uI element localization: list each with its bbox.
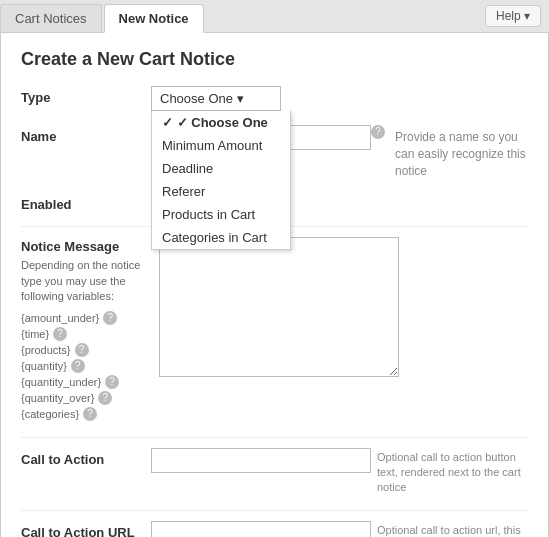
cta-label: Call to Action bbox=[21, 448, 151, 467]
type-dropdown-trigger[interactable]: Choose One ▾ bbox=[151, 86, 281, 111]
enabled-label: Enabled bbox=[21, 193, 151, 212]
variable-name: {time} bbox=[21, 328, 49, 340]
cta-url-field: Optional call to action url, this is whe… bbox=[151, 521, 528, 537]
variable-item: {products}? bbox=[21, 343, 151, 357]
main-content: Create a New Cart Notice Type Choose One… bbox=[0, 33, 549, 537]
tab-bar: Cart Notices New Notice Help ▾ bbox=[0, 0, 549, 33]
tab-new-notice[interactable]: New Notice bbox=[104, 4, 204, 33]
tab-cart-notices[interactable]: Cart Notices bbox=[0, 4, 102, 32]
variable-name: {quantity_over} bbox=[21, 392, 94, 404]
variable-name: {amount_under} bbox=[21, 312, 99, 324]
name-help-text: Provide a name so you can easily recogni… bbox=[395, 125, 528, 179]
dropdown-item-categories-in-cart[interactable]: Categories in Cart bbox=[152, 226, 290, 249]
variable-item: {quantity_under}? bbox=[21, 375, 151, 389]
variable-name: {categories} bbox=[21, 408, 79, 420]
dropdown-item-deadline[interactable]: Deadline bbox=[152, 157, 290, 180]
variable-item: {quantity_over}? bbox=[21, 391, 151, 405]
cta-url-row: Call to Action URL Optional call to acti… bbox=[21, 521, 528, 537]
type-dropdown-container: Choose One ▾ ✓ Choose OneMinimum AmountD… bbox=[151, 86, 281, 111]
notice-message-label-block: Notice Message Depending on the notice t… bbox=[21, 237, 151, 422]
dropdown-selected-label: Choose One bbox=[160, 91, 233, 106]
dropdown-item-choose-one[interactable]: ✓ Choose One bbox=[152, 111, 290, 134]
variable-item: {amount_under}? bbox=[21, 311, 151, 325]
name-label: Name bbox=[21, 125, 151, 144]
cta-url-input[interactable] bbox=[151, 521, 371, 537]
variable-help-icon[interactable]: ? bbox=[71, 359, 85, 373]
variables-list: {amount_under}?{time}?{products}?{quanti… bbox=[21, 311, 151, 421]
variable-help-icon[interactable]: ? bbox=[75, 343, 89, 357]
cta-url-help-text: Optional call to action url, this is whe… bbox=[371, 521, 528, 537]
notice-message-row: Notice Message Depending on the notice t… bbox=[21, 237, 528, 422]
dropdown-item-products-in-cart[interactable]: Products in Cart bbox=[152, 203, 290, 226]
variable-item: {time}? bbox=[21, 327, 151, 341]
variable-name: {quantity} bbox=[21, 360, 67, 372]
cta-url-label: Call to Action URL bbox=[21, 521, 151, 537]
variable-help-icon[interactable]: ? bbox=[105, 375, 119, 389]
type-label: Type bbox=[21, 86, 151, 105]
variable-help-icon[interactable]: ? bbox=[53, 327, 67, 341]
variable-help-icon[interactable]: ? bbox=[103, 311, 117, 325]
type-row: Type Choose One ▾ ✓ Choose OneMinimum Am… bbox=[21, 86, 528, 111]
dropdown-arrow-icon: ▾ bbox=[237, 91, 244, 106]
variable-help-icon[interactable]: ? bbox=[98, 391, 112, 405]
variable-name: {products} bbox=[21, 344, 71, 356]
page-title: Create a New Cart Notice bbox=[21, 49, 528, 70]
notice-message-field bbox=[151, 237, 528, 380]
name-help-icon: ? bbox=[371, 125, 385, 139]
notice-message-title: Notice Message bbox=[21, 239, 151, 254]
cta-row: Call to Action Optional call to action b… bbox=[21, 448, 528, 496]
notice-message-textarea[interactable] bbox=[159, 237, 399, 377]
cta-input[interactable] bbox=[151, 448, 371, 473]
dropdown-item-referer[interactable]: Referer bbox=[152, 180, 290, 203]
dropdown-item-minimum-amount[interactable]: Minimum Amount bbox=[152, 134, 290, 157]
variable-help-icon[interactable]: ? bbox=[83, 407, 97, 421]
variable-item: {categories}? bbox=[21, 407, 151, 421]
type-field: Choose One ▾ ✓ Choose OneMinimum AmountD… bbox=[151, 86, 528, 111]
variable-item: {quantity}? bbox=[21, 359, 151, 373]
help-button[interactable]: Help ▾ bbox=[485, 5, 541, 27]
variable-name: {quantity_under} bbox=[21, 376, 101, 388]
notice-message-desc: Depending on the notice type you may use… bbox=[21, 258, 151, 304]
divider3 bbox=[21, 510, 528, 511]
divider2 bbox=[21, 437, 528, 438]
cta-field: Optional call to action button text, ren… bbox=[151, 448, 528, 496]
cta-help-text: Optional call to action button text, ren… bbox=[371, 448, 528, 496]
type-dropdown-menu: ✓ Choose OneMinimum AmountDeadlineRefere… bbox=[151, 111, 291, 250]
